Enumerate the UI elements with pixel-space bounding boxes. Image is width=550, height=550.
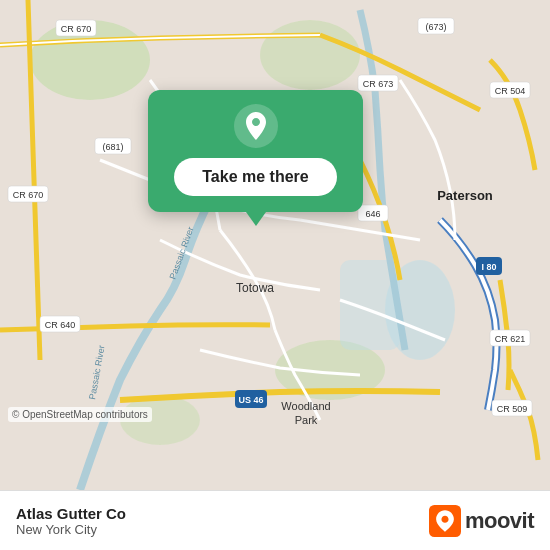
svg-text:CR 621: CR 621 [495, 334, 526, 344]
svg-rect-38 [429, 505, 461, 537]
svg-text:(673): (673) [425, 22, 446, 32]
svg-text:(681): (681) [102, 142, 123, 152]
svg-text:646: 646 [365, 209, 380, 219]
business-name: Atlas Gutter Co [16, 505, 126, 522]
svg-point-2 [260, 20, 360, 90]
svg-text:Paterson: Paterson [437, 188, 493, 203]
svg-text:I 80: I 80 [481, 262, 496, 272]
map-attribution: © OpenStreetMap contributors [8, 407, 152, 422]
business-location: New York City [16, 522, 126, 537]
svg-text:Woodland: Woodland [281, 400, 330, 412]
bottom-bar: Atlas Gutter Co New York City moovit [0, 490, 550, 550]
moovit-logo: moovit [429, 505, 534, 537]
svg-text:Totowa: Totowa [236, 281, 274, 295]
svg-text:CR 504: CR 504 [495, 86, 526, 96]
moovit-icon [429, 505, 461, 537]
svg-text:CR 670: CR 670 [61, 24, 92, 34]
map-container: CR 670 CR 673 (673) CR 670 (681) CR 504 … [0, 0, 550, 490]
take-me-there-button[interactable]: Take me there [174, 158, 336, 196]
svg-text:US 46: US 46 [238, 395, 263, 405]
moovit-text: moovit [465, 508, 534, 534]
svg-text:Park: Park [295, 414, 318, 426]
svg-text:CR 670: CR 670 [13, 190, 44, 200]
svg-text:CR 640: CR 640 [45, 320, 76, 330]
svg-text:CR 673: CR 673 [363, 79, 394, 89]
map-tooltip: Take me there [148, 90, 363, 212]
location-pin-icon [234, 104, 278, 148]
place-info: Atlas Gutter Co New York City [16, 505, 126, 537]
svg-text:CR 509: CR 509 [497, 404, 528, 414]
